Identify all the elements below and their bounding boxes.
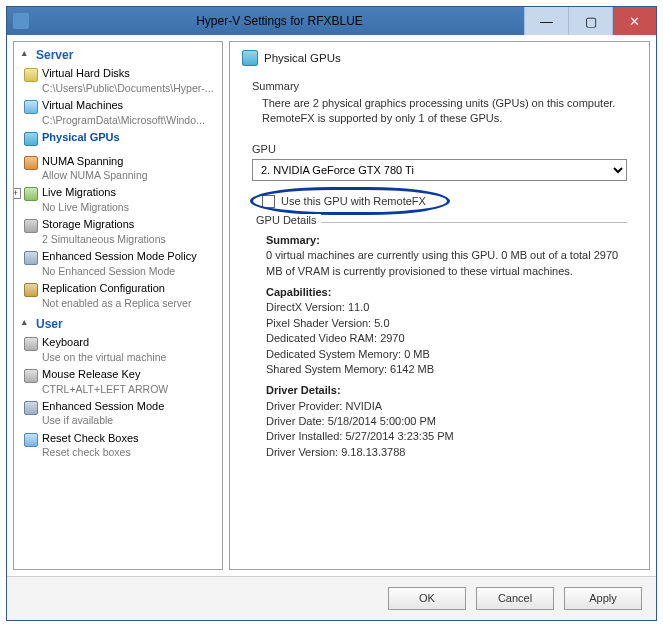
nav-label: Enhanced Session Mode Policy [42,250,197,262]
nav-item-replication[interactable]: Replication Configuration Not enabled as… [14,281,222,313]
nav-item-vhd[interactable]: Virtual Hard Disks C:\Users\Public\Docum… [14,66,222,98]
app-icon [13,13,29,29]
nav-item-mouse-release[interactable]: Mouse Release Key CTRL+ALT+LEFT ARROW [14,367,222,399]
gpu-icon [24,132,38,146]
nav-label: Virtual Machines [42,99,123,111]
nav-item-numa[interactable]: NUMA Spanning Allow NUMA Spanning [14,154,222,186]
content-header: Physical GPUs [242,50,637,66]
nav-sub: C:\ProgramData\Microsoft\Windo... [42,114,218,127]
drv-line: Driver Installed: 5/27/2014 3:23:35 PM [266,430,454,442]
drv-line: Driver Provider: NVIDIA [266,400,382,412]
apply-button[interactable]: Apply [564,587,642,610]
nav-item-physical-gpus[interactable]: Physical GPUs [14,130,222,148]
gpu-details-body: Summary: 0 virtual machines are currentl… [266,233,623,460]
nav-sub: Use if available [42,414,218,427]
nav-sub: No Enhanced Session Mode [42,265,218,278]
cap-line: DirectX Version: 11.0 [266,301,369,313]
keyboard-icon [24,337,38,351]
cap-line: Dedicated Video RAM: 2970 [266,332,405,344]
gpu-details-legend: GPU Details [252,214,321,226]
body: Server Virtual Hard Disks C:\Users\Publi… [7,35,656,576]
storage-icon [24,219,38,233]
remotefx-checkbox-label: Use this GPU with RemoteFX [281,195,426,207]
content-title: Physical GPUs [264,52,341,64]
close-button[interactable]: ✕ [612,7,656,35]
cap-line: Pixel Shader Version: 5.0 [266,317,390,329]
nav-sub: CTRL+ALT+LEFT ARROW [42,383,218,396]
session-icon [24,401,38,415]
expand-icon[interactable]: + [13,188,21,199]
nav-section-user[interactable]: User [14,313,222,335]
nav-label: Physical GPUs [42,131,120,143]
nav-label: Reset Check Boxes [42,432,139,444]
settings-window: Hyper-V Settings for RFXBLUE — ▢ ✕ Serve… [6,6,657,621]
nav-label: NUMA Spanning [42,155,123,167]
nav-sub: No Live Migrations [42,201,218,214]
nav-label: Enhanced Session Mode [42,400,164,412]
remotefx-checkbox[interactable] [262,195,275,208]
window-title: Hyper-V Settings for RFXBLUE [35,14,524,28]
footer: OK Cancel Apply [7,576,656,620]
gpu-select[interactable]: 2. NVIDIA GeForce GTX 780 Ti [252,159,627,181]
nav-item-storage-migrations[interactable]: Storage Migrations 2 Simultaneous Migrat… [14,217,222,249]
drive-icon [24,68,38,82]
window-controls: — ▢ ✕ [524,7,656,35]
details-drv-head: Driver Details: [266,383,623,398]
nav-sub: 2 Simultaneous Migrations [42,233,218,246]
gpu-icon [242,50,258,66]
nav-item-session-policy[interactable]: Enhanced Session Mode Policy No Enhanced… [14,249,222,281]
nav-sub: Not enabled as a Replica server [42,297,218,310]
summary-text: There are 2 physical graphics processing… [262,96,637,127]
nav-section-server[interactable]: Server [14,44,222,66]
nav-label: Storage Migrations [42,218,134,230]
numa-icon [24,156,38,170]
reset-icon [24,433,38,447]
ok-button[interactable]: OK [388,587,466,610]
summary-label: Summary [252,80,637,92]
maximize-button[interactable]: ▢ [568,7,612,35]
nav-label: Keyboard [42,336,89,348]
nav-label: Replication Configuration [42,282,165,294]
nav-label: Mouse Release Key [42,368,140,380]
nav-label: Virtual Hard Disks [42,67,130,79]
vm-icon [24,100,38,114]
nav-tree[interactable]: Server Virtual Hard Disks C:\Users\Publi… [13,41,223,570]
migration-icon [24,187,38,201]
nav-item-enhanced-session[interactable]: Enhanced Session Mode Use if available [14,399,222,431]
replication-icon [24,283,38,297]
nav-item-vm[interactable]: Virtual Machines C:\ProgramData\Microsof… [14,98,222,130]
nav-sub: Reset check boxes [42,446,218,459]
cancel-button[interactable]: Cancel [476,587,554,610]
details-summary-head: Summary: [266,233,623,248]
titlebar: Hyper-V Settings for RFXBLUE — ▢ ✕ [7,7,656,35]
remotefx-checkbox-row[interactable]: Use this GPU with RemoteFX [256,191,627,212]
gpu-details-group: GPU Details Summary: 0 virtual machines … [252,222,627,464]
cap-line: Shared System Memory: 6142 MB [266,363,434,375]
session-icon [24,251,38,265]
gpu-label: GPU [252,143,637,155]
nav-item-keyboard[interactable]: Keyboard Use on the virtual machine [14,335,222,367]
nav-sub: C:\Users\Public\Documents\Hyper-... [42,82,218,95]
drv-line: Driver Date: 5/18/2014 5:00:00 PM [266,415,436,427]
content-panel: Physical GPUs Summary There are 2 physic… [229,41,650,570]
nav-label: Live Migrations [42,186,116,198]
nav-item-reset-checkboxes[interactable]: Reset Check Boxes Reset check boxes [14,431,222,463]
nav-sub: Allow NUMA Spanning [42,169,218,182]
details-cap-head: Capabilities: [266,285,623,300]
nav-sub: Use on the virtual machine [42,351,218,364]
details-summary-body: 0 virtual machines are currently using t… [266,249,618,276]
mouse-icon [24,369,38,383]
minimize-button[interactable]: — [524,7,568,35]
drv-line: Driver Version: 9.18.13.3788 [266,446,405,458]
nav-item-live-migrations[interactable]: + Live Migrations No Live Migrations [14,185,222,217]
cap-line: Dedicated System Memory: 0 MB [266,348,430,360]
